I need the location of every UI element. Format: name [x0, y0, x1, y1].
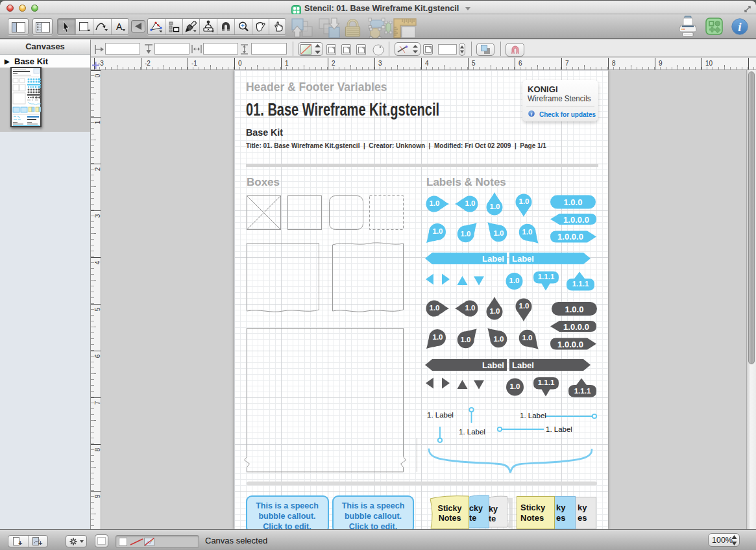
svg-text:+: + [38, 539, 42, 546]
svg-text:+: + [18, 539, 22, 546]
svg-text:A: A [116, 21, 123, 32]
svg-text:i: i [738, 20, 742, 34]
